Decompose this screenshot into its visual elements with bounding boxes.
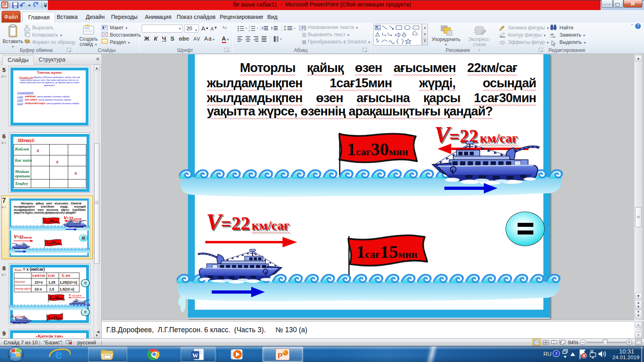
svg-text:Көйлек: Көйлек <box>14 146 29 151</box>
svg-text:2: 2 <box>249 29 250 32</box>
svg-text:22+x: 22+x <box>35 280 43 284</box>
svg-text:1,25(22+x): 1,25(22+x) <box>60 280 77 284</box>
svg-text:V: V <box>12 315 14 318</box>
svg-text:орағыш: орағыш <box>15 173 30 178</box>
svg-text:1,5(22-x): 1,5(22-x) <box>60 287 74 291</box>
svg-text:x: x <box>56 158 59 165</box>
svg-text:1,5: 1,5 <box>49 287 54 291</box>
svg-text:x: x <box>36 147 39 153</box>
svg-text:?: ? <box>555 351 557 356</box>
svg-text:W: W <box>192 352 198 359</box>
svg-text:V: V <box>69 294 71 297</box>
svg-text:Теңдеу: Теңдеу <box>15 181 28 186</box>
svg-text:ac: ac <box>552 35 555 39</box>
svg-text:=22 км/ч: =22 км/ч <box>15 315 25 318</box>
svg-text:Ағысқа қарсы: Ағысқа қарсы <box>15 287 31 290</box>
svg-text:1: 1 <box>249 26 250 28</box>
svg-text:1,25: 1,25 <box>48 280 56 284</box>
svg-text:P: P <box>3 2 6 8</box>
svg-text:P: P <box>278 352 283 360</box>
svg-text:v,км/сағ: v,км/сағ <box>32 274 45 278</box>
svg-text:S, км: S, км <box>62 274 70 278</box>
svg-text:t,сағ: t,сағ <box>48 274 55 278</box>
svg-text:Ағыспен: Ағыспен <box>15 280 25 283</box>
svg-text:x: x <box>74 170 77 176</box>
svg-text:22-x: 22-x <box>35 287 42 291</box>
svg-text:Бас киім: Бас киім <box>14 158 32 162</box>
svg-text:=22 км/ч: =22 км/ч <box>72 294 81 297</box>
